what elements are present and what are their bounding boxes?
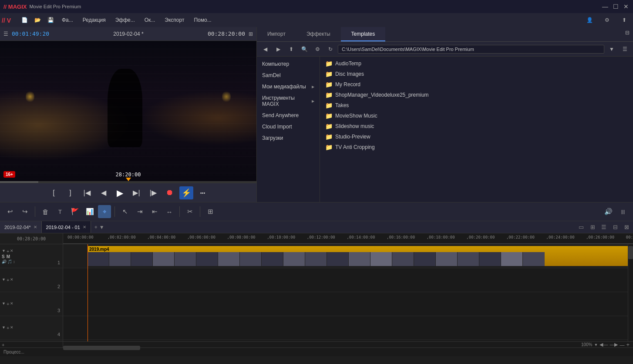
zoom-out-button[interactable]: —▶ <box>609 342 618 347</box>
sidebar-item-instruments[interactable]: Инструменты MAGIX <box>257 92 320 110</box>
folder-movieshow-music[interactable]: 📁 MovieShow Music <box>322 111 631 121</box>
vertical-scrollbar[interactable] <box>628 244 633 341</box>
redo-button[interactable]: ↪ <box>18 205 31 218</box>
track-1-arrow-down[interactable]: ▼ <box>2 249 6 254</box>
skip-to-mark-in-button[interactable]: |◀ <box>80 186 94 199</box>
maximize-button[interactable]: ☐ <box>612 3 619 10</box>
play-button[interactable]: ▶ <box>113 186 127 199</box>
track-1-vol-icon[interactable]: 🔊 <box>2 260 7 264</box>
view-options-button[interactable]: ☰ <box>619 44 630 55</box>
quick-export-button[interactable]: ⚡ <box>179 186 193 199</box>
menu-export[interactable]: Экспорт <box>160 15 189 25</box>
folder-slideshow-music[interactable]: 📁 Slideshow music <box>322 121 631 131</box>
profile-icon[interactable]: 👤 <box>582 14 596 26</box>
track-3-arrow-down[interactable]: ▼ <box>2 301 6 307</box>
sidebar-item-samdel[interactable]: SamDel <box>257 70 320 81</box>
folder-tv-anti-cropping[interactable]: 📁 TV Anti Cropping <box>322 142 631 152</box>
add-clip-button[interactable]: ⊞ <box>204 205 217 218</box>
expand-preview-button[interactable]: ⊞ <box>249 31 253 37</box>
track-3-add-button[interactable]: + <box>7 301 9 307</box>
save-file-icon[interactable]: 💾 <box>44 14 57 26</box>
timeline-tab-2[interactable]: 2019-02-04 - 01 ✕ <box>42 221 91 233</box>
settings-icon[interactable]: ⚙ <box>600 14 614 26</box>
next-frame-button[interactable]: ▶| <box>130 186 144 199</box>
clip-2019-mp4[interactable]: 2019.mp4 <box>88 246 633 266</box>
magnet-button[interactable]: ⌖ <box>98 205 111 218</box>
close-button[interactable]: ✕ <box>623 3 630 10</box>
multi-track-view-icon[interactable]: ⊞ <box>588 222 597 232</box>
upload-icon[interactable]: ⬆ <box>617 14 631 26</box>
panel-expand-icon[interactable]: ⊟ <box>622 27 633 38</box>
pointer-button[interactable]: ↖ <box>118 205 131 218</box>
zoom-in-button[interactable]: ◀— <box>599 342 608 347</box>
timeline-tab-1-close[interactable]: ✕ <box>34 225 37 229</box>
undo-button[interactable]: ↩ <box>3 205 17 218</box>
folder-disc-images[interactable]: 📁 Disc Images <box>322 69 631 79</box>
track-2-arrow-down[interactable]: ▼ <box>2 277 6 283</box>
track-4-close-button[interactable]: ✕ <box>10 325 13 330</box>
zoom-dropdown[interactable]: ▼ <box>594 343 598 347</box>
minimize-button[interactable]: — <box>602 3 609 10</box>
audio-mixer-button[interactable]: ||| <box>616 205 630 218</box>
track-1-extra-icon[interactable]: ↕ <box>13 260 15 264</box>
menu-help[interactable]: Помо... <box>189 15 215 25</box>
menu-ok[interactable]: Ок... <box>140 15 160 25</box>
storyboard-view-icon[interactable]: ⊟ <box>610 222 620 232</box>
fit-timeline-button[interactable]: — <box>620 342 624 347</box>
timeline-tab-1[interactable]: 2019-02-04* ✕ <box>0 221 42 233</box>
sidebar-item-cloud-import[interactable]: Cloud Import <box>257 121 320 132</box>
single-track-view-icon[interactable]: ▭ <box>576 222 586 232</box>
menu-fa[interactable]: Фа... <box>57 15 77 25</box>
folder-audiotemp[interactable]: 📁 AudioTemp <box>322 58 631 69</box>
open-file-icon[interactable]: 📂 <box>31 14 44 26</box>
sidebar-item-send-anywhere[interactable]: Send Anywhere <box>257 110 320 121</box>
delete-button[interactable]: 🗑 <box>39 205 52 218</box>
audio-button[interactable]: 📊 <box>83 205 96 218</box>
folder-studio-preview[interactable]: 📁 Studio-Preview <box>322 131 631 142</box>
add-track-button[interactable]: + <box>0 342 63 347</box>
track-1-mute-icon[interactable]: 🎵 <box>7 260 12 264</box>
path-bar[interactable]: C:\Users\SamDel\Documents\MAGIX\Movie Ed… <box>338 45 604 54</box>
folder-my-record[interactable]: 📁 My Record <box>322 79 631 90</box>
sidebar-item-downloads[interactable]: Загрузки <box>257 132 320 144</box>
track-1-add-button[interactable]: + <box>7 249 9 254</box>
track-4-arrow-down[interactable]: ▼ <box>2 325 6 330</box>
volume-button[interactable]: 🔊 <box>602 205 615 218</box>
refresh-button[interactable]: ↻ <box>325 44 336 55</box>
nav-back-button[interactable]: ◀ <box>259 44 271 55</box>
ripple-button[interactable]: ⇥ <box>133 205 146 218</box>
hamburger-icon[interactable]: ☰ <box>3 31 8 37</box>
folder-takes[interactable]: 📁 Takes <box>322 100 631 111</box>
add-tab-dropdown[interactable]: ▼ <box>99 224 104 230</box>
tab-import[interactable]: Импорт <box>257 27 296 41</box>
settings-button[interactable]: ⚙ <box>312 44 323 55</box>
add-timeline-tab-button[interactable]: + ▼ <box>91 224 108 230</box>
mark-in-button[interactable]: [ <box>47 186 61 199</box>
menu-redakcia[interactable]: Редакция <box>78 15 110 25</box>
folder-shopmanager[interactable]: 📁 ShopManager_Videodeluxe25_premium <box>322 90 631 100</box>
prev-frame-button[interactable]: ◀ <box>97 186 111 199</box>
scene-view-icon[interactable]: ⊠ <box>622 222 631 232</box>
path-dropdown-button[interactable]: ▼ <box>606 44 617 55</box>
timeline-tab-2-close[interactable]: ✕ <box>83 225 86 229</box>
cut-button[interactable]: ✂ <box>183 205 196 218</box>
more-options-button[interactable]: ••• <box>196 186 210 199</box>
zoom-in-plus[interactable]: + <box>626 341 630 348</box>
track-4-add-button[interactable]: + <box>7 325 9 330</box>
track-3-close-button[interactable]: ✕ <box>10 301 13 307</box>
preview-progress-bar[interactable] <box>0 181 256 183</box>
sidebar-item-moi-media[interactable]: Мои медиафайлы <box>257 81 320 92</box>
track-2-add-button[interactable]: + <box>7 277 9 283</box>
track-2-close-button[interactable]: ✕ <box>10 277 13 283</box>
new-file-icon[interactable]: 📄 <box>18 14 30 26</box>
search-button[interactable]: 🔍 <box>299 44 310 55</box>
trim-button[interactable]: ↔ <box>163 205 176 218</box>
menu-effekty[interactable]: Эффе... <box>111 15 139 25</box>
split-button[interactable]: ⇤ <box>148 205 161 218</box>
sidebar-item-computer[interactable]: Компьютер <box>257 58 320 70</box>
record-button[interactable]: ⏺ <box>163 186 177 199</box>
mark-out-button[interactable]: ] <box>64 186 77 199</box>
skip-to-mark-out-button[interactable]: |▶ <box>146 186 160 199</box>
text-button[interactable]: T <box>54 205 67 218</box>
track-1-close-button[interactable]: ✕ <box>10 249 13 254</box>
